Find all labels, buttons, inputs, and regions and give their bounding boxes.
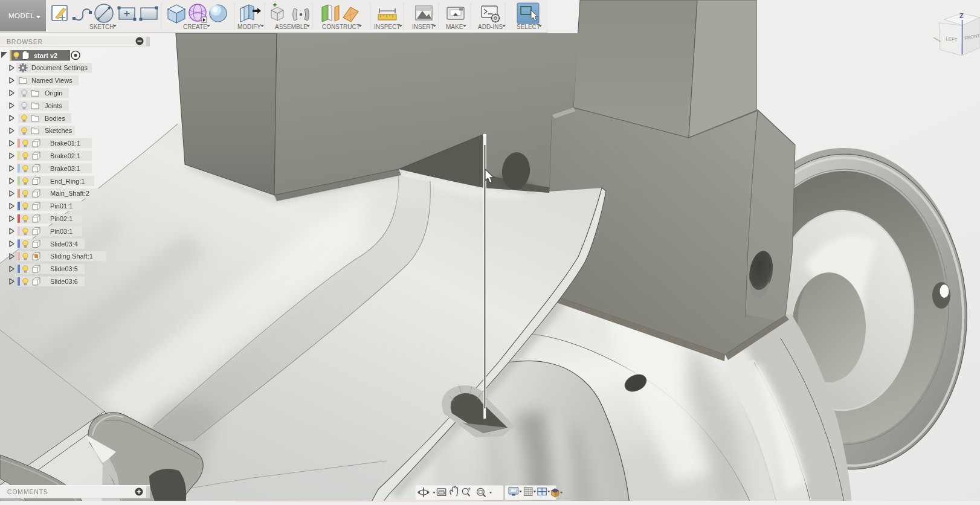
svg-text:Z: Z [959,12,964,19]
svg-text:Pin03:1: Pin03:1 [50,228,73,235]
svg-text:SELECT: SELECT [517,24,540,30]
svg-text:Document Settings: Document Settings [31,64,88,71]
svg-text:Joints: Joints [45,102,62,109]
svg-text:Brake02:1: Brake02:1 [50,152,80,159]
svg-text:Brake03:1: Brake03:1 [50,165,80,172]
svg-text:Pin01:1: Pin01:1 [50,202,73,210]
svg-text:Sketches: Sketches [45,127,73,134]
svg-text:ASSEMBLE: ASSEMBLE [275,24,308,30]
svg-text:Origin: Origin [45,89,62,97]
svg-text:INSERT: INSERT [412,24,434,30]
svg-text:Bodies: Bodies [45,115,65,122]
svg-text:Named Views: Named Views [31,77,73,84]
svg-text:MAKE: MAKE [446,24,463,30]
svg-text:Slide03:5: Slide03:5 [50,265,78,272]
svg-text:MODIFY: MODIFY [237,24,261,30]
svg-text:start v2: start v2 [34,52,57,59]
svg-text:MODEL: MODEL [8,12,35,19]
svg-text:CONSTRUCT: CONSTRUCT [322,24,360,30]
svg-text:End_Ring:1: End_Ring:1 [50,178,85,185]
svg-text:Slide03:6: Slide03:6 [50,278,78,285]
svg-text:Slide03:4: Slide03:4 [50,240,78,248]
svg-text:BROWSER: BROWSER [7,38,43,45]
svg-text:CREATE: CREATE [183,24,207,30]
svg-text:ADD-INS: ADD-INS [478,24,503,30]
svg-text:Sliding Shaft:1: Sliding Shaft:1 [50,252,93,260]
svg-text:COMMENTS: COMMENTS [7,488,48,495]
svg-text:INSPECT: INSPECT [374,24,400,30]
svg-text:Main_Shaft:2: Main_Shaft:2 [50,190,89,197]
svg-text:SKETCH: SKETCH [89,24,114,30]
svg-text:LEFT: LEFT [946,36,958,43]
svg-text:Pin02:1: Pin02:1 [50,215,73,222]
svg-text:Brake01:1: Brake01:1 [50,140,80,147]
